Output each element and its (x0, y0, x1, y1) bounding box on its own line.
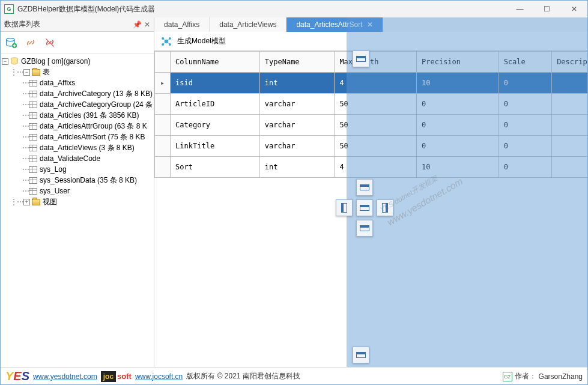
table-icon (29, 134, 37, 141)
table-icon (29, 156, 37, 162)
svg-point-0 (7, 38, 14, 41)
add-db-icon[interactable] (5, 37, 17, 49)
tab[interactable]: data_Affixs (154, 17, 210, 32)
row-indicator (155, 136, 171, 157)
maximize-button[interactable]: ☐ (533, 1, 560, 17)
dock-top-edge[interactable] (353, 50, 369, 67)
row-header (155, 52, 171, 73)
content-area: data_Affixsdata_ArticleViewsdata_Article… (154, 17, 588, 367)
sidebar: 数据库列表 📌 ✕ − GZBlog [ om](garson) ⋮⋯−表 ⋯d… (1, 17, 154, 367)
table-node[interactable]: data_ArchiveCategoryGroup (24 条 (40, 100, 153, 110)
column-header[interactable]: Description (552, 52, 588, 73)
author: Gz 作者：GarsonZhang (503, 371, 583, 381)
table-node[interactable]: sys_User (40, 187, 70, 195)
table-icon (29, 91, 37, 97)
sidebar-header: 数据库列表 📌 ✕ (1, 17, 154, 32)
sidebar-title: 数据库列表 (4, 19, 40, 29)
data-grid[interactable]: ColumnNameTypeNameMaxLengthPrecisionScal… (154, 51, 588, 367)
model-icon (160, 35, 172, 47)
dock-bottom-edge[interactable] (353, 347, 369, 363)
column-header[interactable]: Scale (499, 52, 551, 73)
table-node[interactable]: data_ArticlesAttrGroup (63 条 8 K (40, 121, 147, 132)
row-indicator (155, 94, 171, 115)
table-icon (29, 102, 37, 108)
folder-icon (32, 199, 40, 205)
jocsoft-logo: jocsoft (101, 371, 132, 382)
app-icon: G (4, 4, 14, 14)
tab[interactable]: data_ArticleViews (210, 17, 286, 32)
link-icon[interactable] (25, 37, 37, 49)
table-node[interactable]: data_ArticlesAttrSort (75 条 8 KB (40, 132, 145, 142)
table-row[interactable]: ▸isidint4100 (155, 73, 588, 94)
expander-icon[interactable]: + (23, 199, 30, 205)
table-row[interactable]: Categoryvarchar5000 (155, 115, 588, 136)
table-row[interactable]: ArticleIDvarchar5000 (155, 94, 588, 115)
tables-folder[interactable]: 表 (43, 67, 50, 77)
link-yesdotnet[interactable]: www.yesdotnet.com (33, 372, 97, 381)
database-icon (10, 57, 19, 65)
tab-label: data_ArticlesAttrSort (296, 20, 362, 29)
table-icon (29, 166, 37, 173)
row-indicator (155, 157, 171, 178)
table-row[interactable]: LinkTitlevarchar5000 (155, 136, 588, 157)
table-row[interactable]: Sortint4100 (155, 157, 588, 178)
column-header[interactable]: ColumnName (171, 52, 260, 73)
tab-bar: data_Affixsdata_ArticleViewsdata_Article… (154, 17, 588, 32)
sidebar-toolbar (1, 32, 154, 53)
tab-label: data_ArticleViews (219, 20, 276, 29)
table-node[interactable]: sys_SessionData (35 条 8 KB) (40, 175, 137, 186)
sub-header: 生成Model模型 (154, 32, 588, 51)
row-indicator (155, 115, 171, 136)
column-header[interactable]: TypeName (259, 52, 335, 73)
column-header[interactable]: Precision (417, 52, 499, 73)
expander-icon[interactable]: − (2, 58, 8, 65)
tab[interactable]: data_ArticlesAttrSort✕ (286, 17, 383, 32)
tab-close-icon[interactable]: ✕ (367, 20, 373, 29)
subheader-title: 生成Model模型 (177, 36, 226, 46)
column-header[interactable]: MaxLength (335, 52, 417, 73)
table-icon (29, 177, 37, 184)
table-node[interactable]: data_ArchiveCategory (13 条 8 KB) (40, 89, 153, 99)
footer: YES www.yesdotnet.com jocsoft www.jocsof… (1, 367, 587, 385)
window-title: GZDBHelper数据库模型(Model)代码生成器 (17, 4, 155, 14)
table-icon (29, 188, 37, 195)
author-badge-icon: Gz (503, 372, 512, 381)
link-jocsoft[interactable]: www.jocsoft.cn (135, 372, 183, 381)
db-node[interactable]: GZBlog [ om](garson) (21, 57, 90, 65)
row-indicator: ▸ (155, 73, 171, 94)
yes-logo: YES (5, 369, 29, 383)
title-bar: G GZDBHelper数据库模型(Model)代码生成器 — ☐ ✕ (1, 1, 587, 17)
copyright: 版权所有 © 2021 南阳君创信息科技 (186, 371, 300, 381)
close-panel-icon[interactable]: ✕ (144, 20, 150, 29)
db-tree[interactable]: − GZBlog [ om](garson) ⋮⋯−表 ⋯data_Affixs… (1, 53, 154, 367)
table-node[interactable]: data_Affixs (40, 79, 75, 87)
pin-icon[interactable]: 📌 (133, 20, 142, 29)
folder-icon (32, 69, 40, 76)
unlink-icon[interactable] (44, 37, 56, 49)
views-folder[interactable]: 视图 (43, 197, 57, 207)
table-node[interactable]: data_ArticleViews (3 条 8 KB) (40, 143, 135, 153)
close-button[interactable]: ✕ (560, 1, 587, 17)
table-node[interactable]: data_Articles (391 条 3856 KB) (40, 111, 139, 121)
expander-icon[interactable]: − (23, 69, 30, 76)
table-icon (29, 80, 37, 86)
table-node[interactable]: data_ValidateCode (40, 154, 100, 163)
table-icon (29, 145, 37, 151)
table-icon (29, 123, 37, 130)
minimize-button[interactable]: — (506, 1, 533, 17)
tab-label: data_Affixs (164, 20, 199, 29)
table-node[interactable]: sys_Log (40, 165, 67, 174)
table-icon (29, 112, 37, 119)
